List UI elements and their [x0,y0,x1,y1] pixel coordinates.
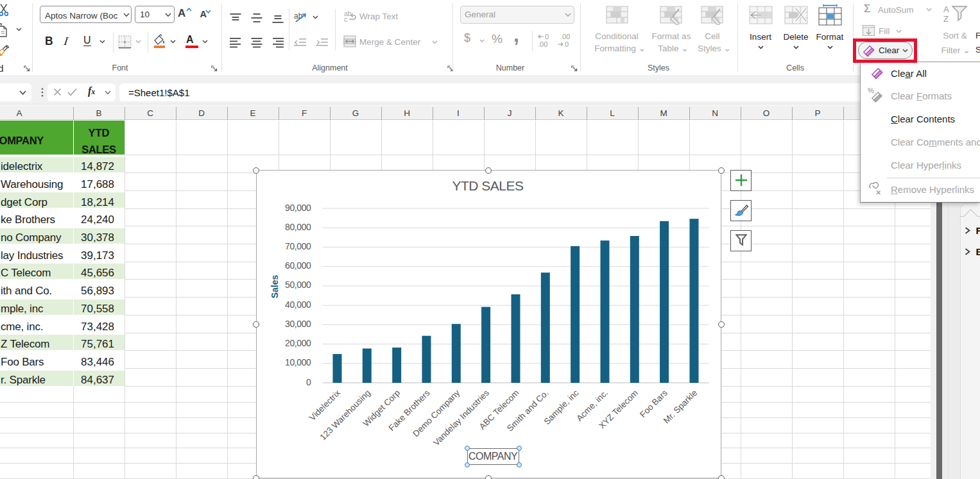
svg-text:Z: Z [943,14,949,24]
svg-text:%: % [868,87,874,94]
svg-text:0: 0 [565,40,569,48]
svg-text:A: A [943,4,949,14]
svg-text:c: c [344,15,347,22]
svg-text:.00: .00 [538,40,547,48]
svg-text:ab: ab [294,12,303,21]
svg-text:.00: .00 [560,33,570,40]
svg-text:0: 0 [545,33,549,40]
